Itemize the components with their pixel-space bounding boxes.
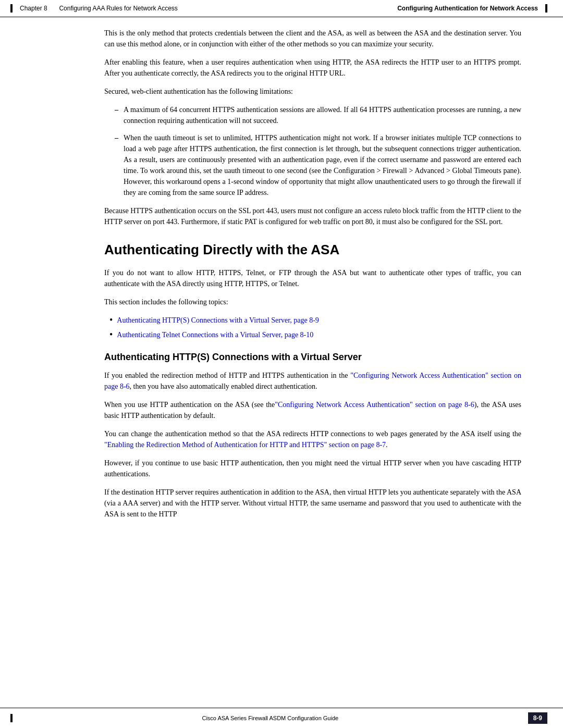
chapter-label: Chapter 8 [20, 5, 47, 12]
paragraph-4: Because HTTPS authentication occurs on t… [104, 205, 521, 227]
paragraph-2: After enabling this feature, when a user… [104, 57, 521, 79]
header-right: Configuring Authentication for Network A… [397, 4, 547, 13]
paragraph-5: If you do not want to allow HTTP, HTTPS,… [104, 267, 521, 289]
paragraph-7: If you enabled the redirection method of… [104, 370, 521, 392]
p9-link[interactable]: "Enabling the Redirection Method of Auth… [104, 441, 386, 449]
bullet-list: – A maximum of 64 concurrent HTTPS authe… [115, 104, 521, 198]
header-right-title: Configuring Authentication for Network A… [397, 5, 538, 12]
bullet-dot-icon-1: • [109, 315, 113, 326]
link-https-connections[interactable]: Authenticating HTTP(S) Connections with … [117, 315, 319, 326]
page-footer: Cisco ASA Series Firewall ASDM Configura… [0, 708, 563, 728]
section-heading: Authenticating Directly with the ASA [104, 242, 521, 258]
paragraph-9: You can change the authentication method… [104, 428, 521, 450]
p7-text-after: , then you have also automatically enabl… [130, 382, 317, 390]
bullet-dot-icon-2: • [109, 329, 113, 341]
header-bar-right-icon [545, 4, 547, 13]
footer-bar-icon [10, 714, 13, 722]
page: Chapter 8 Configuring AAA Rules for Netw… [0, 0, 563, 728]
header-bar-icon [10, 4, 13, 13]
bullet-item-1: – A maximum of 64 concurrent HTTPS authe… [115, 104, 521, 126]
topics-link-list: • Authenticating HTTP(S) Connections wit… [109, 315, 521, 340]
footer-title: Cisco ASA Series Firewall ASDM Configura… [202, 715, 338, 721]
chapter-title: Configuring AAA Rules for Network Access [59, 5, 177, 12]
paragraph-6: This section includes the following topi… [104, 297, 521, 307]
bullet-text-2: When the uauth timeout is set to unlimit… [124, 132, 521, 198]
p9-text-before: You can change the authentication method… [104, 430, 521, 438]
dash-icon-2: – [115, 132, 118, 198]
bullet-item-2: – When the uauth timeout is set to unlim… [115, 132, 521, 198]
header-left: Chapter 8 Configuring AAA Rules for Netw… [10, 4, 178, 13]
main-content: This is the only method that protects cr… [0, 17, 563, 558]
link-telnet-connections[interactable]: Authenticating Telnet Connections with a… [117, 329, 313, 340]
p8-link[interactable]: "Configuring Network Access Authenticati… [275, 401, 474, 409]
paragraph-3: Secured, web-client authentication has t… [104, 86, 521, 97]
p9-text-after: . [386, 441, 388, 449]
footer-page-number-container: 8-9 [528, 712, 547, 724]
dash-icon-1: – [115, 104, 118, 126]
bullet-text-1: A maximum of 64 concurrent HTTPS authent… [124, 104, 521, 126]
paragraph-1: This is the only method that protects cr… [104, 28, 521, 50]
subsection-heading: Authenticating HTTP(S) Connections with … [104, 352, 521, 363]
paragraph-10: However, if you continue to use basic HT… [104, 458, 521, 479]
link-list-item-1: • Authenticating HTTP(S) Connections wit… [109, 315, 521, 326]
paragraph-8: When you use HTTP authentication on the … [104, 399, 521, 421]
page-number: 8-9 [528, 712, 547, 724]
p7-text-before: If you enabled the redirection method of… [104, 372, 350, 379]
page-header: Chapter 8 Configuring AAA Rules for Netw… [0, 0, 563, 17]
link-list-item-2: • Authenticating Telnet Connections with… [109, 329, 521, 341]
p8-text-before: When you use HTTP authentication on the … [104, 401, 275, 409]
paragraph-11: If the destination HTTP server requires … [104, 487, 521, 520]
